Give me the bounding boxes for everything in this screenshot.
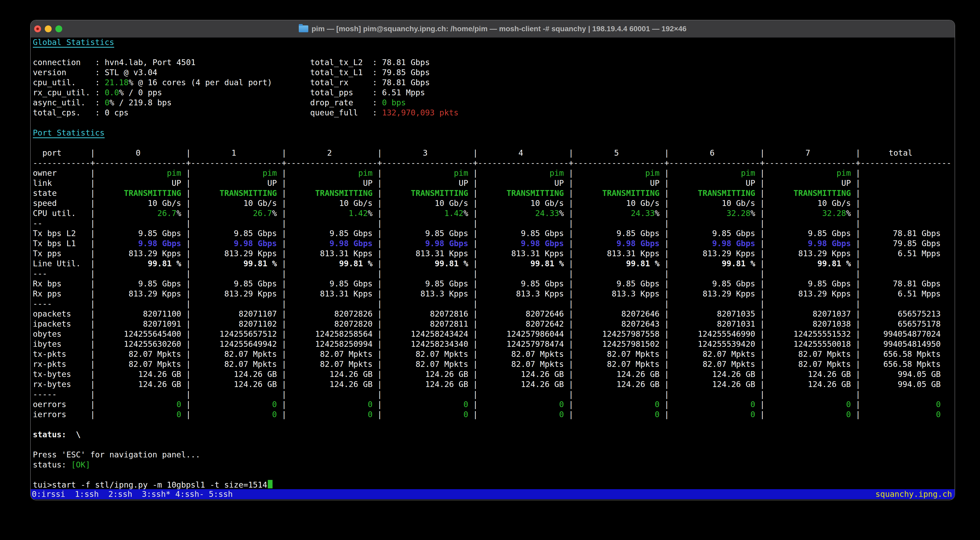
table-row: opackets|82071100|82071107|82072826|8207…: [33, 309, 953, 319]
prompt: tui>: [33, 480, 52, 490]
col-separator: |: [760, 168, 765, 178]
col-separator: |: [569, 218, 573, 229]
port-statistics-heading: Port Statistics: [33, 128, 105, 138]
cell-padding: [564, 329, 569, 339]
cell-value-text: 656.58 Mpkts: [883, 349, 941, 359]
global-statistics-heading: Global Statistics: [33, 37, 114, 48]
cell-value-text: 0: [272, 410, 277, 419]
col-separator: |: [473, 379, 478, 389]
cell-padding: [373, 389, 377, 399]
col-separator: |: [377, 168, 382, 178]
table-cell: |UP: [760, 178, 856, 188]
minimize-button[interactable]: [45, 25, 52, 32]
table-cell: |124.26 GB: [569, 379, 664, 389]
cell-value: 26.7%: [191, 208, 277, 218]
col-separator: |: [856, 148, 861, 158]
table-row: ierrors|0|0|0|0|0|0|0|0|0: [33, 410, 953, 419]
col-separator: |: [186, 148, 191, 158]
cell-padding: [851, 329, 856, 339]
stat-label: connection: [33, 57, 95, 68]
col-separator: |: [377, 269, 382, 279]
cell-padding: [468, 269, 473, 279]
col-separator: |: [664, 198, 669, 208]
table-cell: |82072642: [473, 319, 569, 329]
cell-value: 124255550018: [765, 339, 851, 349]
cell-padding: [373, 399, 377, 410]
table-cell: |: [186, 299, 282, 309]
table-cell: |82.07 Mpkts: [473, 359, 569, 369]
command-line[interactable]: tui>start -f stl/ipng.py -m 10gbpsl1 -t …: [33, 480, 953, 490]
col-separator: |: [186, 208, 191, 218]
table-cell: |: [473, 299, 569, 309]
cell-value: [861, 198, 941, 208]
cell-value: [573, 299, 660, 309]
cell-value: pim: [95, 168, 181, 178]
row-label: link: [33, 178, 90, 188]
cell-padding: [941, 339, 951, 349]
cell-padding: [468, 188, 473, 198]
table-cell: |10 Gb/s: [186, 198, 282, 208]
table-cell: |656.58 Mpkts: [856, 359, 951, 369]
cell-value: 124.26 GB: [765, 379, 851, 389]
cell-value-text: 82072811: [430, 319, 468, 329]
terminal-content[interactable]: Global Statistics connection: hvn4.lab, …: [33, 37, 953, 490]
close-button[interactable]: [34, 25, 41, 32]
stat-label: rx_cpu_util.: [33, 87, 95, 98]
col-separator: |: [90, 178, 95, 188]
col-separator: |: [282, 249, 286, 259]
table-cell: |: [856, 178, 951, 188]
col-separator: |: [664, 168, 669, 178]
col-separator: |: [569, 410, 573, 419]
cell-value-unit: %: [272, 209, 277, 218]
cell-padding: [941, 259, 951, 269]
cell-value: 9.85 Gbps: [669, 229, 755, 238]
table-cell: |: [186, 389, 282, 399]
table-cell: |: [760, 299, 856, 309]
zoom-button[interactable]: [56, 25, 62, 32]
cell-value-text: 124.26 GB: [138, 380, 181, 389]
titlebar[interactable]: pim — [mosh] pim@squanchy.ipng.ch: /home…: [31, 21, 955, 38]
cell-value-text: 0: [272, 400, 277, 409]
col-separator: |: [377, 410, 382, 419]
cell-padding: [181, 369, 186, 379]
col-separator: |: [760, 208, 765, 218]
table-cell: |82071107: [186, 309, 282, 319]
cell-value: 9.85 Gbps: [191, 279, 277, 289]
cell-padding: [277, 238, 282, 249]
cell-value: [191, 269, 277, 279]
screen-windows-list[interactable]: 0:irssi 1:ssh 2:ssh 3:ssh* 4:ssh- 5:ssh: [32, 489, 233, 499]
table-cell: |994054877024: [856, 329, 951, 339]
cell-padding: [277, 218, 282, 229]
cell-padding: [660, 369, 664, 379]
cell-value: 124.26 GB: [191, 379, 277, 389]
table-cell: |9.98 Gbps: [377, 238, 473, 249]
table-cell: |82.07 Mpkts: [569, 349, 664, 359]
table-cell: |: [856, 259, 951, 269]
cell-value-text: 10 Gb/s: [626, 199, 660, 208]
table-row: Tx bps L2|9.85 Gbps|9.85 Gbps|9.85 Gbps|…: [33, 229, 953, 238]
cell-padding: [660, 279, 664, 289]
cell-value-text: 0: [559, 410, 564, 419]
cell-value-text: 994054877024: [883, 329, 941, 338]
col-separator: |: [186, 299, 191, 309]
cell-value-text: UP: [172, 178, 181, 188]
cell-padding: [373, 188, 377, 198]
cell-value: 0: [573, 399, 660, 410]
cell-value: 124257986044: [478, 329, 564, 339]
table-cell: |pim: [569, 168, 664, 178]
cell-value: [382, 269, 468, 279]
global-stat-line: cpu_util.: 21.18% @ 16 cores (4 per dual…: [33, 78, 953, 87]
table-cell: |4: [473, 148, 569, 158]
col-separator: |: [473, 410, 478, 419]
cell-value: 124.26 GB: [382, 369, 468, 379]
cell-value-text: 124.26 GB: [234, 380, 277, 389]
cell-value: 82071038: [765, 319, 851, 329]
cell-value: 82.07 Mpkts: [95, 349, 181, 359]
cell-value: 994.05 GB: [861, 369, 941, 379]
cell-padding: [755, 198, 760, 208]
cell-padding: [851, 399, 856, 410]
command-input[interactable]: start -f stl/ipng.py -m 10gbpsl1 -t size…: [52, 480, 267, 490]
table-cell: |124258234340: [377, 339, 473, 349]
cell-value: 124257981502: [573, 339, 660, 349]
cell-value: 813.31 Kpps: [382, 249, 468, 259]
